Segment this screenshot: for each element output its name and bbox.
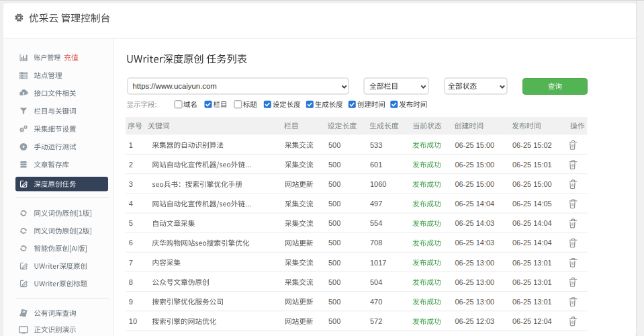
svg-text:500: 500	[328, 298, 340, 306]
svg-text:601: 601	[370, 161, 382, 169]
svg-text:06-25 13:00: 06-25 13:00	[455, 298, 495, 306]
svg-text:500: 500	[328, 259, 340, 267]
svg-text:2: 2	[129, 161, 133, 169]
svg-text:500: 500	[328, 141, 340, 149]
svg-text:533: 533	[370, 141, 382, 149]
svg-text:572: 572	[370, 317, 382, 325]
svg-text:5: 5	[129, 219, 133, 227]
svg-text:06-25 14:04: 06-25 14:04	[512, 219, 552, 227]
svg-text:708: 708	[370, 239, 382, 247]
svg-text:06-25 13:01: 06-25 13:01	[512, 259, 552, 267]
svg-text:06-25 12:03: 06-25 12:03	[455, 317, 495, 325]
svg-text:500: 500	[328, 278, 340, 286]
svg-text:06-25 13:01: 06-25 13:01	[512, 298, 552, 306]
svg-text:06-25 14:04: 06-25 14:04	[512, 239, 552, 247]
svg-text:7: 7	[129, 259, 133, 267]
svg-text:500: 500	[328, 219, 340, 227]
svg-text:06-25 13:00: 06-25 13:00	[455, 278, 495, 286]
svg-text:6: 6	[129, 239, 133, 247]
svg-text:06-25 15:01: 06-25 15:01	[512, 161, 552, 169]
svg-text:06-25 14:03: 06-25 14:03	[455, 239, 495, 247]
svg-text:06-25 14:03: 06-25 14:03	[455, 219, 495, 227]
svg-text:4: 4	[129, 200, 133, 208]
svg-text:9: 9	[129, 298, 133, 306]
svg-text:06-25 15:00: 06-25 15:00	[455, 180, 495, 188]
svg-text:500: 500	[328, 200, 340, 208]
svg-text:497: 497	[370, 200, 382, 208]
svg-text:06-25 12:04: 06-25 12:04	[512, 317, 552, 325]
svg-text:06-25 14:04: 06-25 14:04	[455, 200, 495, 208]
svg-text:06-25 13:01: 06-25 13:01	[512, 278, 552, 286]
svg-text:1: 1	[129, 141, 133, 149]
svg-text:06-25 15:00: 06-25 15:00	[455, 161, 495, 169]
svg-text:500: 500	[328, 180, 340, 188]
svg-text:3: 3	[129, 180, 133, 188]
svg-text:06-25 15:00: 06-25 15:00	[512, 180, 552, 188]
svg-text:500: 500	[328, 317, 340, 325]
svg-text:06-25 13:00: 06-25 13:00	[455, 259, 495, 267]
svg-text:500: 500	[328, 161, 340, 169]
svg-text:1060: 1060	[370, 180, 386, 188]
svg-text:06-25 15:00: 06-25 15:00	[455, 141, 495, 149]
svg-text:10: 10	[129, 317, 137, 325]
svg-text:470: 470	[370, 298, 382, 306]
svg-text:https://www.ucaiyun.com: https://www.ucaiyun.com	[133, 82, 217, 90]
svg-text:06-25 15:02: 06-25 15:02	[512, 141, 552, 149]
svg-text:500: 500	[328, 239, 340, 247]
svg-text:504: 504	[370, 278, 382, 286]
svg-text:8: 8	[129, 278, 133, 286]
svg-text:1017: 1017	[370, 259, 386, 267]
svg-text:554: 554	[370, 219, 382, 227]
svg-text:06-25 14:05: 06-25 14:05	[512, 200, 552, 208]
